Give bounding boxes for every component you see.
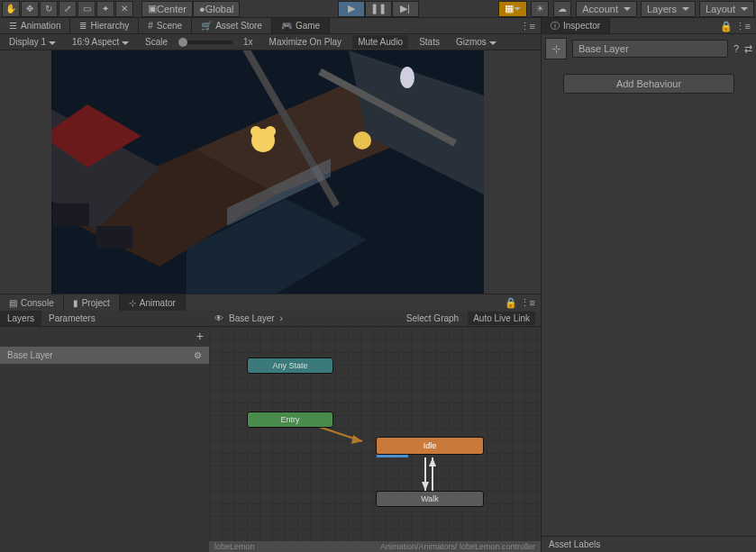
- rect-tool-icon[interactable]: ▭: [77, 1, 96, 17]
- layers-dropdown[interactable]: Layers: [641, 1, 696, 17]
- right-toolbar: ▦ ☀ ☁ Account Layers Layout: [498, 1, 754, 17]
- footer-asset-name: lobeLemon: [214, 542, 255, 551]
- tab-game[interactable]: 🎮Game: [272, 18, 330, 33]
- select-graph-button[interactable]: Select Graph: [401, 312, 464, 325]
- add-layer-button[interactable]: +: [0, 327, 209, 345]
- animator-icon: ⊹: [129, 298, 136, 308]
- globe-icon: ●: [199, 4, 205, 14]
- gizmos-dropdown[interactable]: Gizmos: [451, 35, 502, 49]
- main-toolbar: ✋ ✥ ↻ ⤢ ▭ ✦ ✕ ▣Center ●Global ▶ ❚❚ ▶| ▦ …: [0, 0, 756, 18]
- layout-dropdown[interactable]: Layout: [699, 1, 754, 17]
- tab-menu-icon[interactable]: ⋮≡: [515, 18, 541, 33]
- transform-tool-icon[interactable]: ✦: [96, 1, 114, 17]
- scale-slider[interactable]: [178, 41, 232, 44]
- footer-asset-path: Animation/Animators/ lobeLemon.controlle…: [380, 542, 535, 551]
- tab-project[interactable]: ▮Project: [64, 294, 120, 311]
- maximize-toggle[interactable]: Maximize On Play: [264, 35, 348, 49]
- cloud-icon[interactable]: ☁: [553, 1, 571, 17]
- state-idle[interactable]: Idle: [376, 437, 484, 455]
- graph-footer: lobeLemon Animation/Animators/ lobeLemon…: [209, 541, 541, 552]
- animator-graph: 👁 Base Layer › Select Graph Auto Live Li…: [209, 311, 541, 552]
- svg-rect-15: [96, 226, 132, 249]
- settings-icon[interactable]: ⇄: [744, 43, 752, 55]
- inspector-panel: ⓘInspector 🔒 ⋮≡ ⊹ Base Layer ? ⇄ Add Beh…: [541, 18, 756, 552]
- asset-labels-header[interactable]: Asset Labels: [542, 536, 756, 552]
- account-dropdown[interactable]: Account: [576, 1, 637, 17]
- custom-tool-icon[interactable]: ✕: [115, 1, 133, 17]
- svg-marker-20: [422, 482, 429, 491]
- help-icon[interactable]: ?: [733, 43, 739, 54]
- animator-body: Layers Parameters + Base Layer ⚙ 👁 Base …: [0, 311, 541, 552]
- chevron-right-icon: ›: [280, 313, 283, 323]
- services-icon[interactable]: ☀: [531, 1, 549, 17]
- svg-marker-18: [351, 435, 362, 444]
- inspector-lock-icon[interactable]: 🔒 ⋮≡: [715, 18, 756, 33]
- game-controls-bar: Display 1 16:9 Aspect Scale 1x Maximize …: [0, 34, 541, 50]
- tab-lock-icon[interactable]: 🔒 ⋮≡: [499, 294, 541, 311]
- chevron-down-icon: [489, 41, 496, 45]
- move-tool-icon[interactable]: ✥: [21, 1, 39, 17]
- state-any-state[interactable]: Any State: [247, 357, 333, 374]
- svg-rect-14: [53, 204, 89, 226]
- pivot-mode-button[interactable]: ▣Center: [141, 1, 193, 17]
- scale-tool-icon[interactable]: ⤢: [59, 1, 77, 17]
- game-viewport: [51, 50, 484, 294]
- rotate-tool-icon[interactable]: ↻: [40, 1, 58, 17]
- chevron-down-icon: [741, 7, 748, 11]
- info-icon: ⓘ: [551, 20, 560, 32]
- center-icon: ▣: [148, 3, 157, 14]
- animator-sidebar-tabs: Layers Parameters: [0, 311, 209, 327]
- tab-scene[interactable]: #Scene: [139, 18, 192, 33]
- console-icon: ▤: [9, 298, 17, 308]
- store-icon: 🛒: [201, 21, 212, 31]
- chevron-down-icon: [122, 41, 129, 45]
- inspector-tabs: ⓘInspector 🔒 ⋮≡: [542, 18, 756, 34]
- layer-name-field[interactable]: Base Layer: [572, 40, 728, 58]
- eye-icon[interactable]: 👁: [214, 313, 223, 323]
- graph-header: 👁 Base Layer › Select Graph Auto Live Li…: [209, 311, 541, 327]
- stats-toggle[interactable]: Stats: [414, 35, 445, 49]
- parameters-tab[interactable]: Parameters: [41, 311, 103, 326]
- pause-button[interactable]: ❚❚: [365, 1, 392, 17]
- tab-asset-store[interactable]: 🛒Asset Store: [192, 18, 272, 33]
- aspect-dropdown[interactable]: 16:9 Aspect: [67, 35, 134, 49]
- play-button[interactable]: ▶: [338, 1, 365, 17]
- display-dropdown[interactable]: Display 1: [4, 35, 61, 49]
- graph-canvas[interactable]: Any State Entry Idle Walk: [209, 327, 541, 541]
- svg-point-11: [265, 126, 276, 137]
- state-entry[interactable]: Entry: [247, 412, 333, 428]
- inspector-row: ⊹ Base Layer ? ⇄: [542, 34, 756, 63]
- hand-tool-icon[interactable]: ✋: [2, 1, 20, 17]
- mute-audio-toggle[interactable]: Mute Audio: [352, 35, 408, 49]
- chevron-down-icon: [682, 7, 689, 11]
- tab-animator[interactable]: ⊹Animator: [120, 294, 186, 311]
- main-area: ☰Animation ≣Hierarchy #Scene 🛒Asset Stor…: [0, 18, 756, 552]
- left-panel: ☰Animation ≣Hierarchy #Scene 🛒Asset Stor…: [0, 18, 541, 552]
- tab-hierarchy[interactable]: ≣Hierarchy: [70, 18, 139, 33]
- game-icon: 🎮: [281, 21, 292, 31]
- animator-sidebar: Layers Parameters + Base Layer ⚙: [0, 311, 209, 552]
- chevron-down-icon: [49, 41, 56, 45]
- state-walk[interactable]: Walk: [376, 491, 484, 507]
- scale-label: Scale: [140, 35, 173, 49]
- top-tabs: ☰Animation ≣Hierarchy #Scene 🛒Asset Stor…: [0, 18, 541, 34]
- scale-value: 1x: [238, 35, 259, 49]
- tab-animation[interactable]: ☰Animation: [0, 18, 70, 33]
- collab-button[interactable]: ▦: [498, 1, 527, 17]
- breadcrumb[interactable]: Base Layer: [229, 313, 275, 323]
- folder-icon: ▮: [73, 298, 78, 308]
- svg-point-13: [400, 67, 414, 88]
- rotation-mode-button[interactable]: ●Global: [193, 1, 240, 17]
- tab-inspector[interactable]: ⓘInspector: [542, 18, 610, 33]
- auto-live-link-toggle[interactable]: Auto Live Link: [468, 312, 535, 325]
- tab-console[interactable]: ▤Console: [0, 294, 64, 311]
- layer-item[interactable]: Base Layer ⚙: [0, 347, 209, 364]
- svg-marker-22: [429, 457, 436, 466]
- add-behaviour-button[interactable]: Add Behaviour: [563, 74, 734, 94]
- gear-icon[interactable]: ⚙: [194, 350, 202, 360]
- layer-icon: ⊹: [545, 38, 567, 59]
- layers-tab[interactable]: Layers: [0, 311, 41, 326]
- step-button[interactable]: ▶|: [392, 1, 419, 17]
- collab-icon: ▦: [505, 3, 514, 14]
- chevron-down-icon: [514, 7, 521, 11]
